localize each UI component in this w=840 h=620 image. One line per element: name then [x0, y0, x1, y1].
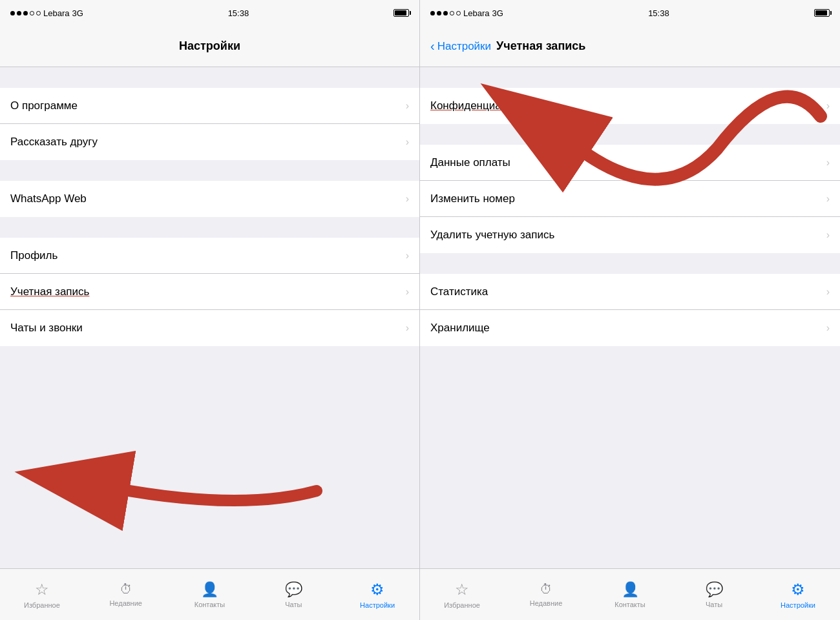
time-right: 15:38 — [648, 8, 669, 18]
tab-chats-right[interactable]: 💬 Чаты — [672, 581, 756, 608]
tab-contacts-label-left: Контакты — [194, 601, 226, 608]
battery-right — [814, 9, 830, 17]
tab-chats-icon-left: 💬 — [285, 581, 302, 598]
item-profile-label: Профиль — [10, 249, 58, 262]
chevron-privacy: › — [826, 100, 830, 112]
section-1: О программе › Рассказать другу › — [0, 88, 419, 160]
tab-recent-icon-right: ⏱ — [540, 582, 552, 597]
item-statistics[interactable]: Статистика › — [420, 274, 840, 310]
item-change-number-label: Изменить номер — [430, 192, 515, 205]
chevron-account: › — [406, 286, 409, 298]
tab-contacts-right[interactable]: 👤 Контакты — [588, 581, 672, 608]
r-section-3: Статистика › Хранилище › — [420, 274, 840, 346]
item-change-number[interactable]: Изменить номер › — [420, 181, 840, 217]
item-delete-account-label: Удалить учетную запись — [430, 229, 554, 242]
settings-content-left: О программе › Рассказать другу › WhatsAp… — [0, 67, 419, 568]
rdot3 — [443, 11, 448, 16]
section-2: WhatsApp Web › — [0, 181, 419, 217]
carrier-right: Lebara — [463, 8, 489, 18]
item-account[interactable]: Учетная запись › — [0, 274, 419, 310]
time-left: 15:38 — [228, 8, 249, 18]
nav-bar-left: Настройки — [0, 26, 419, 67]
dot1 — [10, 11, 15, 16]
item-tell-friend-label: Рассказать другу — [10, 136, 98, 149]
tab-chats-left[interactable]: 💬 Чаты — [251, 581, 335, 608]
tab-contacts-icon-right: 👤 — [622, 581, 639, 598]
item-account-label: Учетная запись — [10, 285, 89, 298]
tab-favorites-label-right: Избранное — [444, 601, 480, 609]
nav-bar-right: ‹ Настройки Учетная запись — [420, 26, 840, 67]
tab-recent-label-right: Недавние — [530, 599, 563, 607]
back-chevron-icon: ‹ — [430, 39, 435, 54]
chevron-about: › — [406, 100, 409, 112]
tab-chats-label-left: Чаты — [285, 601, 302, 608]
item-whatsapp-web-label: WhatsApp Web — [10, 192, 87, 205]
network-left: 3G — [72, 8, 83, 18]
dot2 — [17, 11, 21, 16]
item-storage[interactable]: Хранилище › — [420, 310, 840, 346]
item-billing[interactable]: Данные оплаты › — [420, 145, 840, 181]
tab-favorites-left[interactable]: ☆ Избранное — [0, 581, 84, 609]
section-gap-1 — [0, 67, 419, 88]
tab-settings-right[interactable]: ⚙ Настройки — [756, 581, 840, 609]
section-gap-3 — [0, 217, 419, 238]
tab-contacts-icon-left: 👤 — [201, 581, 218, 598]
back-button[interactable]: ‹ Настройки — [430, 39, 491, 54]
tab-favorites-icon-left: ☆ — [35, 581, 49, 599]
chevron-storage: › — [826, 322, 830, 334]
section-gap-2 — [0, 160, 419, 181]
tab-recent-label-left: Недавние — [109, 599, 142, 607]
tab-settings-left[interactable]: ⚙ Настройки — [335, 581, 419, 609]
rdot1 — [430, 11, 435, 16]
tab-recent-left[interactable]: ⏱ Недавние — [84, 582, 168, 607]
item-privacy-label: Конфиденциальность — [430, 99, 541, 112]
signal-dots — [10, 11, 41, 16]
tab-recent-icon-left: ⏱ — [120, 582, 132, 597]
battery-left — [394, 9, 409, 17]
back-label: Настройки — [437, 40, 491, 53]
tab-favorites-label-left: Избранное — [24, 601, 60, 609]
status-bar-left: Lebara 3G 15:38 — [0, 0, 419, 26]
tab-chats-label-right: Чаты — [706, 601, 722, 608]
tab-bar-right: ☆ Избранное ⏱ Недавние 👤 Контакты 💬 Чаты… — [420, 568, 840, 620]
tab-settings-icon-right: ⚙ — [791, 581, 805, 599]
item-delete-account[interactable]: Удалить учетную запись › — [420, 217, 840, 253]
rdot5 — [456, 11, 461, 16]
status-left: Lebara 3G — [10, 8, 83, 18]
r-section-gap-3 — [420, 253, 840, 274]
r-section-gap-1 — [420, 67, 840, 88]
battery-fill-left — [395, 10, 406, 16]
page-title-left: Настройки — [179, 39, 240, 53]
status-bar-right: Lebara 3G 15:38 — [420, 0, 840, 26]
r-section-gap-2 — [420, 124, 840, 145]
item-about-label: О программе — [10, 99, 78, 112]
item-profile[interactable]: Профиль › — [0, 238, 419, 274]
dot4 — [30, 11, 34, 16]
tab-favorites-right[interactable]: ☆ Избранное — [420, 581, 504, 609]
dot5 — [36, 11, 41, 16]
chevron-chats: › — [406, 322, 409, 334]
network-right: 3G — [492, 8, 503, 18]
status-left-right: Lebara 3G — [430, 8, 503, 18]
chevron-tell-friend: › — [406, 136, 409, 148]
right-panel: Lebara 3G 15:38 ‹ Настройки Учетная запи… — [420, 0, 840, 620]
tab-recent-right[interactable]: ⏱ Недавние — [504, 582, 588, 607]
tab-chats-icon-right: 💬 — [706, 581, 723, 598]
item-about[interactable]: О программе › — [0, 88, 419, 124]
chevron-web: › — [406, 193, 409, 205]
tab-contacts-label-right: Контакты — [614, 601, 646, 608]
section-3: Профиль › Учетная запись › Чаты и звонки… — [0, 238, 419, 346]
battery-fill-right — [815, 10, 827, 16]
chevron-change-number: › — [826, 193, 830, 205]
chevron-delete-account: › — [826, 229, 830, 241]
dot3 — [23, 11, 28, 16]
item-chats[interactable]: Чаты и звонки › — [0, 310, 419, 346]
item-privacy[interactable]: Конфиденциальность › — [420, 88, 840, 124]
rdot2 — [437, 11, 441, 16]
item-whatsapp-web[interactable]: WhatsApp Web › — [0, 181, 419, 217]
item-chats-label: Чаты и звонки — [10, 322, 83, 335]
item-tell-friend[interactable]: Рассказать другу › — [0, 124, 419, 160]
tab-contacts-left[interactable]: 👤 Контакты — [168, 581, 252, 608]
status-right-left — [394, 9, 409, 17]
settings-content-right: Конфиденциальность › Данные оплаты › Изм… — [420, 67, 840, 568]
